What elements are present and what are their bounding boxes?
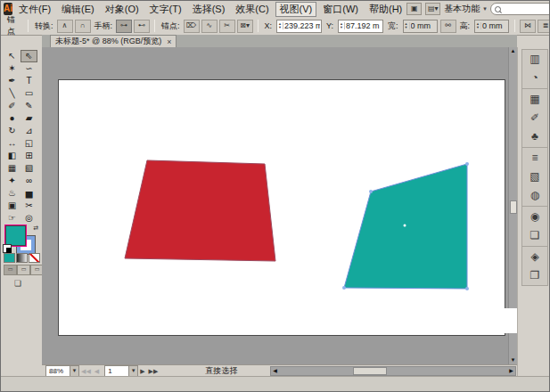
draw-normal-button[interactable]: ▭	[4, 265, 17, 275]
pen-tool[interactable]: ✒	[4, 75, 21, 87]
artboards-panel-icon[interactable]: ❐	[522, 266, 547, 285]
vertical-scroll-thumb[interactable]	[510, 200, 517, 214]
pencil-tool[interactable]: ✎	[21, 100, 37, 112]
y-field[interactable]: ▲▼	[338, 20, 383, 33]
gradient-tool[interactable]: ▧	[21, 162, 37, 175]
tab-close-icon[interactable]: ×	[167, 37, 171, 46]
graphic-styles-panel-icon[interactable]: ❏	[522, 226, 547, 245]
hide-handles-icon[interactable]: ⊷	[134, 20, 150, 33]
menu-item-window[interactable]: 窗口(W)	[318, 2, 363, 17]
slice-tool[interactable]: ✂	[21, 200, 37, 212]
app-logo-icon[interactable]: Ai	[4, 3, 12, 15]
x-input[interactable]	[283, 21, 321, 31]
selection-tool[interactable]: ↖	[4, 50, 21, 62]
horizontal-scrollbar[interactable]: ◀ ▶	[270, 366, 516, 376]
blob-brush-tool[interactable]: ●	[4, 112, 21, 125]
show-handles-icon[interactable]: ⊶	[116, 20, 132, 33]
menu-item-effect[interactable]: 效果(C)	[231, 2, 273, 17]
y-stepper[interactable]: ▲▼	[339, 22, 345, 29]
paintbrush-tool[interactable]: ✐	[4, 100, 21, 112]
arrange-documents-icon[interactable]: ▣	[406, 3, 422, 15]
previous-artboard-icon[interactable]: ◀	[94, 368, 99, 375]
scroll-left-icon[interactable]: ◀	[271, 367, 279, 375]
cut-path-icon[interactable]: ✂	[219, 20, 235, 33]
convert-to-corner-icon[interactable]: ∧	[57, 20, 73, 33]
y-input[interactable]	[345, 21, 382, 31]
line-segment-tool[interactable]: ╲	[4, 87, 21, 100]
connect-endpoints-icon[interactable]: ∿	[201, 20, 218, 33]
scroll-up-icon[interactable]: ▲	[509, 47, 517, 55]
screen-mode-icon[interactable]: ❏	[11, 278, 25, 289]
type-tool[interactable]: T	[21, 75, 37, 87]
last-artboard-icon[interactable]: ▶▶	[149, 368, 159, 375]
magic-wand-tool[interactable]: ✶	[4, 62, 21, 75]
symbols-panel-icon[interactable]: ♣	[522, 127, 547, 146]
menu-item-file[interactable]: 文件(F)	[14, 2, 55, 17]
column-graph-tool[interactable]: ▅	[21, 187, 37, 200]
menu-item-view[interactable]: 视图(V)	[275, 2, 317, 17]
color-mode-button[interactable]	[4, 253, 15, 263]
symbol-sprayer-tool[interactable]: ♨	[4, 187, 21, 200]
menu-item-object[interactable]: 对象(O)	[101, 2, 144, 17]
menu-item-type[interactable]: 文字(T)	[145, 2, 186, 17]
swap-fill-stroke-icon[interactable]: ⇄	[33, 225, 38, 232]
shape-builder-tool[interactable]: ◧	[4, 150, 21, 162]
direct-selection-tool[interactable]: ⇖	[21, 50, 37, 62]
menu-item-help[interactable]: 帮助(H)	[365, 2, 406, 17]
anchor-point[interactable]	[342, 286, 346, 290]
workspace-switcher[interactable]: 基本功能	[444, 3, 480, 15]
document-tab[interactable]: 未标题-5* @ 88% (RGB/预览) ×	[50, 35, 176, 47]
color-panel-icon[interactable]: ▥	[522, 50, 547, 69]
anchor-point[interactable]	[465, 162, 469, 166]
perspective-grid-tool[interactable]: ⊞	[21, 150, 37, 162]
rotate-tool[interactable]: ↻	[4, 125, 21, 137]
transparency-panel-icon[interactable]: ◍	[522, 186, 547, 205]
remove-anchor-icon[interactable]: ⌦	[184, 20, 200, 33]
search-box[interactable]	[490, 3, 550, 15]
blend-tool[interactable]: ∞	[21, 175, 37, 187]
zoom-tool[interactable]: ◎	[21, 212, 37, 225]
fill-color-proxy[interactable]	[5, 225, 26, 246]
scroll-down-icon[interactable]: ▼	[509, 356, 517, 364]
eraser-tool[interactable]: ▰	[21, 112, 37, 125]
artboard-tool[interactable]: ▣	[4, 200, 21, 212]
brushes-panel-icon[interactable]: ✐	[522, 109, 547, 127]
gradient-panel-icon[interactable]: ▧	[522, 167, 547, 186]
next-artboard-icon[interactable]: ▶	[140, 368, 144, 375]
draw-behind-button[interactable]: ▭	[17, 265, 30, 275]
first-artboard-icon[interactable]: ◀◀	[81, 368, 91, 375]
transform-icon[interactable]: ⋈	[520, 20, 536, 33]
scale-tool[interactable]: ⊿	[21, 125, 37, 137]
anchor-point[interactable]	[465, 287, 469, 290]
x-stepper[interactable]: ▲▼	[277, 22, 283, 29]
default-fill-stroke-icon[interactable]	[3, 244, 12, 253]
appearance-panel-icon[interactable]: ◉	[522, 208, 547, 226]
mesh-tool[interactable]: ▦	[4, 162, 21, 175]
free-transform-tool[interactable]: ◱	[21, 137, 37, 150]
convert-to-smooth-icon[interactable]: ∩	[75, 20, 91, 33]
menu-item-select[interactable]: 选择(S)	[188, 2, 230, 17]
anchor-point[interactable]	[369, 190, 373, 193]
x-field[interactable]: ▲▼	[276, 20, 322, 33]
document-layout-icon[interactable]: ▤▾	[425, 3, 440, 15]
stroke-panel-icon[interactable]: ≡	[522, 149, 547, 167]
rectangle-tool[interactable]: ▭	[21, 87, 37, 100]
swatches-panel-icon[interactable]: ▦	[522, 90, 547, 109]
lasso-tool[interactable]: ∽	[21, 62, 37, 75]
gradient-mode-button[interactable]	[16, 253, 28, 263]
zoom-dropdown-icon[interactable]: ▼	[70, 366, 78, 376]
red-quad-shape[interactable]	[125, 160, 275, 261]
control-panel-menu-icon[interactable]: ≣	[538, 20, 550, 33]
artboard-dropdown-icon[interactable]: ▼	[128, 366, 137, 376]
hand-tool[interactable]: ☞	[4, 212, 21, 225]
color-guide-panel-icon[interactable]: ◔	[522, 69, 547, 87]
constrain-proportions-icon[interactable]: ⚯	[440, 20, 456, 33]
isolate-selection-icon[interactable]: ⊠▾	[237, 20, 253, 33]
menu-item-edit[interactable]: 编辑(E)	[57, 2, 99, 17]
canvas-area[interactable]	[42, 47, 508, 364]
layers-panel-icon[interactable]: ◈	[522, 248, 547, 266]
scroll-right-icon[interactable]: ▶	[507, 367, 515, 375]
width-tool[interactable]: ↔	[4, 137, 21, 150]
horizontal-scroll-thumb[interactable]	[353, 367, 387, 375]
eyedropper-tool[interactable]: ✦	[4, 175, 21, 187]
